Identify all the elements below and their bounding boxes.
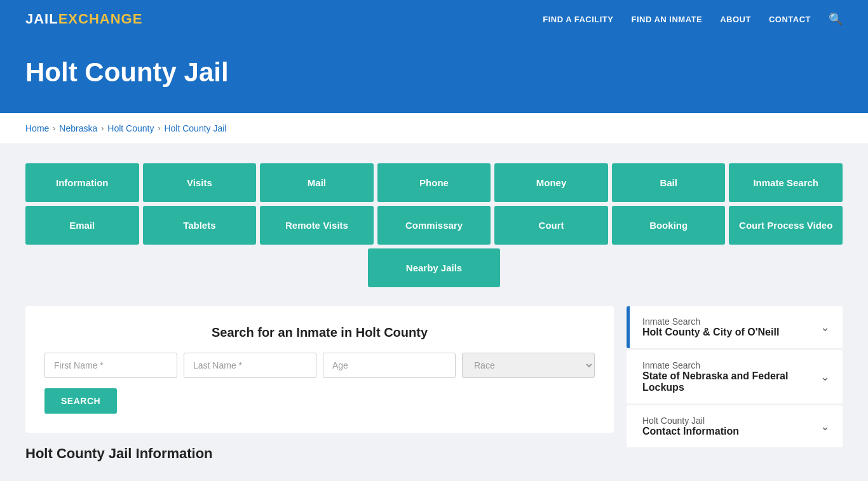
chevron-down-icon-2: ⌄ bbox=[820, 419, 830, 433]
breadcrumb-nebraska[interactable]: Nebraska bbox=[59, 123, 97, 133]
nav-find-inmate[interactable]: FIND AN INMATE bbox=[631, 15, 702, 24]
page-title: Holt County Jail bbox=[25, 57, 843, 88]
sidebar-item-header-0[interactable]: Inmate Search Holt County & City of O'Ne… bbox=[627, 306, 843, 348]
btn-information[interactable]: Information bbox=[25, 163, 139, 202]
breadcrumb-holt-county[interactable]: Holt County bbox=[107, 123, 154, 133]
sidebar-item-title-2: Contact Information bbox=[642, 426, 739, 437]
sidebar-item-1: Inmate Search State of Nebraska and Fede… bbox=[627, 350, 843, 403]
last-name-input[interactable] bbox=[184, 353, 316, 378]
btn-bail[interactable]: Bail bbox=[612, 163, 726, 202]
sidebar-item-title-1: State of Nebraska and Federal Lockups bbox=[642, 370, 820, 393]
btn-court-process-video[interactable]: Court Process Video bbox=[729, 206, 843, 245]
breadcrumb: Home › Nebraska › Holt County › Holt Cou… bbox=[25, 123, 843, 133]
nav-button-row3: Nearby Jails bbox=[25, 248, 843, 287]
breadcrumb-current: Holt County Jail bbox=[164, 123, 226, 133]
sidebar-item-label-0: Inmate Search bbox=[642, 316, 779, 327]
sidebar: Inmate Search Holt County & City of O'Ne… bbox=[627, 306, 843, 449]
sidebar-item-text-2: Holt County Jail Contact Information bbox=[642, 416, 739, 437]
btn-nearby-jails[interactable]: Nearby Jails bbox=[368, 248, 500, 287]
btn-visits[interactable]: Visits bbox=[143, 163, 257, 202]
search-fields: Race bbox=[44, 353, 595, 378]
sidebar-item-0: Inmate Search Holt County & City of O'Ne… bbox=[627, 306, 843, 348]
btn-commissary[interactable]: Commissary bbox=[377, 206, 491, 245]
nav-contact[interactable]: CONTACT bbox=[769, 15, 811, 24]
first-name-input[interactable] bbox=[44, 353, 177, 378]
main-area: Information Visits Mail Phone Money Bail… bbox=[0, 144, 868, 481]
info-title: Holt County Jail Information bbox=[25, 445, 614, 462]
btn-email[interactable]: Email bbox=[25, 206, 139, 245]
btn-phone[interactable]: Phone bbox=[377, 163, 491, 202]
sidebar-item-text-1: Inmate Search State of Nebraska and Fede… bbox=[642, 360, 820, 393]
btn-inmate-search[interactable]: Inmate Search bbox=[729, 163, 843, 202]
content-row: Search for an Inmate in Holt County Race… bbox=[25, 306, 843, 462]
breadcrumb-bar: Home › Nebraska › Holt County › Holt Cou… bbox=[0, 113, 868, 144]
sidebar-item-header-1[interactable]: Inmate Search State of Nebraska and Fede… bbox=[627, 350, 843, 403]
nav-about[interactable]: ABOUT bbox=[720, 15, 751, 24]
logo-exchange: EXCHANGE bbox=[58, 11, 143, 27]
btn-tablets[interactable]: Tablets bbox=[143, 206, 257, 245]
hero-section: Holt County Jail bbox=[0, 38, 868, 113]
breadcrumb-sep-3: › bbox=[158, 124, 160, 133]
breadcrumb-sep-1: › bbox=[53, 124, 55, 133]
search-button[interactable]: SEARCH bbox=[44, 388, 117, 414]
search-panel: Search for an Inmate in Holt County Race… bbox=[25, 306, 614, 433]
age-input[interactable] bbox=[323, 353, 456, 378]
sidebar-item-label-2: Holt County Jail bbox=[642, 416, 739, 426]
btn-money[interactable]: Money bbox=[494, 163, 608, 202]
breadcrumb-home[interactable]: Home bbox=[25, 123, 49, 133]
sidebar-item-header-2[interactable]: Holt County Jail Contact Information ⌄ bbox=[627, 405, 843, 447]
sidebar-item-label-1: Inmate Search bbox=[642, 360, 820, 370]
btn-court[interactable]: Court bbox=[494, 206, 608, 245]
nav-button-row1: Information Visits Mail Phone Money Bail… bbox=[25, 163, 843, 202]
race-select[interactable]: Race bbox=[462, 353, 595, 378]
btn-remote-visits[interactable]: Remote Visits bbox=[260, 206, 374, 245]
btn-booking[interactable]: Booking bbox=[612, 206, 726, 245]
chevron-down-icon-0: ⌄ bbox=[820, 320, 830, 334]
search-icon[interactable]: 🔍 bbox=[829, 12, 843, 26]
nav-button-row2: Email Tablets Remote Visits Commissary C… bbox=[25, 206, 843, 245]
nav-find-facility[interactable]: FIND A FACILITY bbox=[543, 15, 613, 24]
sidebar-item-text-0: Inmate Search Holt County & City of O'Ne… bbox=[642, 316, 779, 338]
logo-jail: JAIL bbox=[25, 11, 58, 27]
sidebar-item-2: Holt County Jail Contact Information ⌄ bbox=[627, 405, 843, 447]
sidebar-item-title-0: Holt County & City of O'Neill bbox=[642, 327, 779, 338]
info-section: Holt County Jail Information bbox=[25, 445, 614, 462]
logo[interactable]: JAIL EXCHANGE bbox=[25, 11, 142, 27]
nav-links: FIND A FACILITY FIND AN INMATE ABOUT CON… bbox=[543, 12, 843, 26]
btn-mail[interactable]: Mail bbox=[260, 163, 374, 202]
breadcrumb-sep-2: › bbox=[101, 124, 104, 133]
navbar: JAIL EXCHANGE FIND A FACILITY FIND AN IN… bbox=[0, 0, 868, 38]
chevron-down-icon-1: ⌄ bbox=[820, 370, 830, 384]
search-title: Search for an Inmate in Holt County bbox=[44, 325, 595, 340]
